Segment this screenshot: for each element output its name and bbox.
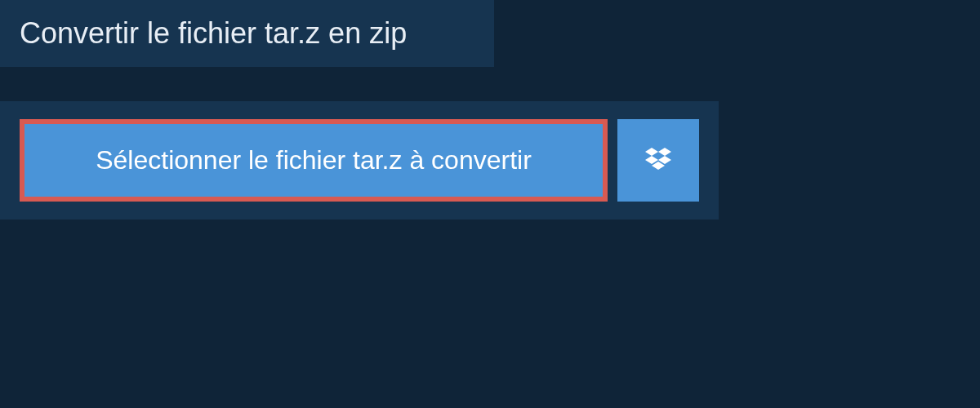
page-title: Convertir le fichier tar.z en zip (20, 16, 474, 51)
action-panel: Sélectionner le fichier tar.z à converti… (0, 101, 719, 220)
select-file-button[interactable]: Sélectionner le fichier tar.z à converti… (20, 119, 608, 202)
select-file-label: Sélectionner le fichier tar.z à converti… (96, 145, 532, 175)
header-bar: Convertir le fichier tar.z en zip (0, 0, 494, 67)
dropbox-icon (642, 144, 675, 177)
dropbox-button[interactable] (617, 119, 699, 202)
